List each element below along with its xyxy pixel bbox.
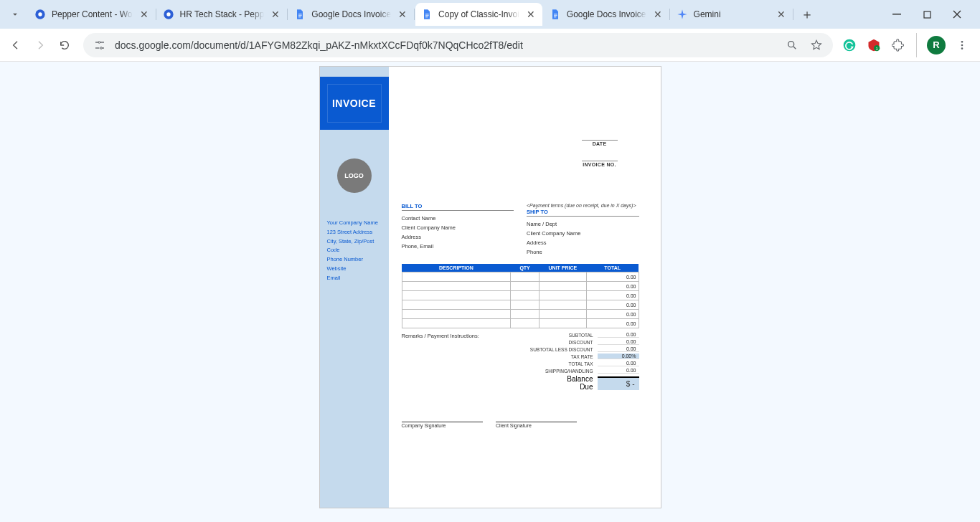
table-row[interactable]: 0.00 [402,282,639,291]
svg-rect-6 [298,16,301,17]
svg-point-25 [961,41,963,43]
address-field[interactable]: Client Company Name [527,229,639,238]
address-field[interactable]: Contact Name [402,214,514,223]
tab-close-icon[interactable]: ✕ [776,9,787,20]
adblock-extension-icon[interactable]: 1 [866,37,882,53]
browser-tab[interactable]: Google Docs Invoice✕ [288,3,414,26]
summary-row: SUBTOTAL0.00 [496,331,639,338]
tab-favicon [421,9,433,20]
address-field[interactable]: Address [402,232,514,242]
col-description-header: DESCRIPTION [402,264,511,272]
invoice-no-label: INVOICE NO. [582,161,618,167]
address-field[interactable]: Address [527,238,639,247]
invoice-title: INVOICE [332,98,376,109]
summary-label: TAX RATE [496,354,598,359]
address-field[interactable]: Client Company Name [402,223,514,232]
tab-close-icon[interactable]: ✕ [397,9,408,20]
svg-rect-11 [554,15,557,16]
tab-close-icon[interactable]: ✕ [270,9,281,20]
col-total-header: TOTAL [586,264,639,272]
url-text: docs.google.com/document/d/1AFYGM82Zkqi_… [115,39,523,51]
address-field[interactable]: Name / Dept [527,219,639,229]
window-minimize-button[interactable] [890,7,904,22]
address-field[interactable]: Phone, Email [402,242,514,251]
balance-due-row: BalanceDue$ - [496,374,639,392]
tab-search-button[interactable] [6,5,24,24]
summary-value: 0.00% [598,353,639,359]
svg-rect-14 [924,11,930,18]
browser-tab[interactable]: Copy of Classic-Invoi✕ [415,3,542,26]
company-info-line: 123 Street Address [327,228,382,237]
browser-tab[interactable]: Gemini✕ [671,3,793,26]
browser-tab[interactable]: Google Docs Invoice✕ [544,3,669,26]
page[interactable]: INVOICE LOGO Your Company Name123 Street… [319,66,661,508]
svg-rect-8 [425,15,429,16]
table-row[interactable]: 0.00 [402,272,639,282]
company-signature-label: Company Signature [402,422,483,428]
svg-rect-7 [425,14,429,14]
tab-title: Gemini [694,9,770,19]
nav-reload-button[interactable] [55,35,75,55]
logo-placeholder: LOGO [337,158,372,193]
extensions-icon[interactable] [890,37,906,53]
browser-tab[interactable]: Pepper Content - Wo✕ [29,3,156,26]
window-maximize-button[interactable] [920,7,934,22]
nav-back-button[interactable] [6,35,26,55]
company-info-block: Your Company Name123 Street AddressCity,… [327,219,382,283]
row-total: 0.00 [586,291,639,300]
row-total: 0.00 [586,300,639,310]
summary-row: DISCOUNT0.00 [496,338,639,346]
browser-tab[interactable]: HR Tech Stack - Pepp✕ [157,3,288,26]
grammarly-extension-icon[interactable] [842,37,857,53]
new-tab-button[interactable]: ＋ [797,4,817,24]
table-row[interactable]: 0.00 [402,300,639,310]
tab-favicon [34,9,46,20]
tab-title: Google Docs Invoice [311,9,391,19]
table-row[interactable]: 0.00 [402,310,639,319]
tab-title: HR Tech Stack - Pepp [180,9,265,19]
table-row[interactable]: 0.00 [402,291,639,300]
svg-rect-5 [298,15,302,16]
svg-rect-9 [425,16,428,17]
window-close-button[interactable] [950,7,964,22]
ship-to-label: SHIP TO [527,209,639,217]
tab-close-icon[interactable]: ✕ [525,9,537,20]
tab-close-icon[interactable]: ✕ [652,9,664,20]
summary-value: 0.00 [598,332,639,338]
items-table[interactable]: DESCRIPTION QTY UNIT PRICE TOTAL 0.000.0… [402,264,639,328]
row-total: 0.00 [586,282,639,291]
company-info-line: Website [327,265,382,274]
date-label: DATE [582,140,618,146]
table-row[interactable]: 0.00 [402,319,639,328]
profile-avatar[interactable]: R [927,36,946,54]
address-field[interactable]: Phone [527,247,639,257]
summary-value: 0.00 [598,346,639,352]
document-viewport[interactable]: INVOICE LOGO Your Company Name123 Street… [0,62,980,522]
summary-label: SUBTOTAL LESS DISCOUNT [496,347,598,352]
tab-favicon [677,9,688,20]
tab-favicon [163,9,174,20]
svg-rect-12 [554,16,556,17]
summary-row: TOTAL TAX0.00 [496,360,639,367]
tab-title: Copy of Classic-Invoi [438,9,519,19]
chrome-menu-icon[interactable] [954,37,970,53]
svg-rect-13 [892,14,901,15]
company-info-line: Your Company Name [327,219,382,228]
zoom-icon[interactable] [784,37,800,53]
client-signature-label: Client Signature [496,422,577,428]
bill-to-label: BILL TO [402,203,514,211]
remarks-label: Remarks / Payment Instructions: [402,333,496,392]
svg-point-26 [961,44,963,46]
address-bar[interactable]: docs.google.com/document/d/1AFYGM82Zkqi_… [83,33,833,57]
row-total: 0.00 [586,319,639,328]
nav-forward-button[interactable] [30,35,50,55]
tab-close-icon[interactable]: ✕ [138,9,150,20]
svg-rect-16 [100,42,104,42]
site-settings-icon[interactable] [92,37,108,53]
col-unit-price-header: UNIT PRICE [539,264,586,272]
summary-value: 0.00 [598,339,639,345]
invoice-right-column: DATE INVOICE NO. BILL TO Contact NameCli… [389,67,661,508]
bookmark-icon[interactable] [809,37,824,53]
summary-label: SHIPPING/HANDLING [496,369,598,374]
summary-value: 0.00 [598,368,639,374]
